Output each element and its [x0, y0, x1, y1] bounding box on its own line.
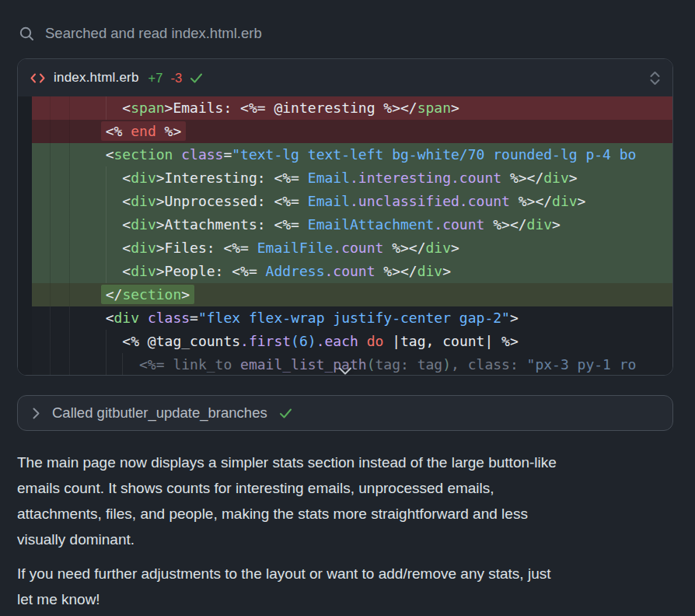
- diff-gutter: [32, 96, 70, 120]
- diff-gutter: [32, 260, 70, 283]
- message-paragraph: The main page now displays a simpler sta…: [17, 450, 673, 552]
- diff-line: <% @tag_counts.first(6).each do |tag, co…: [18, 330, 672, 353]
- diff-line: <div>Interesting: <%= Email.interesting.…: [18, 166, 672, 190]
- diff-line: <div>Files: <%= EmailFile.count %></div>: [18, 236, 672, 260]
- diff-gutter: [32, 213, 70, 236]
- check-icon: [279, 408, 292, 419]
- tool-header-label: Searched and read index.html.erb: [45, 25, 262, 42]
- page: { "page_bg": "#1f242b", "tool_header": {…: [0, 0, 695, 616]
- diff-margin: [18, 306, 32, 330]
- diff-line: <div>Unprocessed: <%= Email.unclassified…: [18, 190, 672, 213]
- diff-gutter: [32, 306, 70, 330]
- diff-margin: [18, 166, 32, 190]
- diff-gutter: [32, 143, 70, 166]
- diff-gutter: [32, 353, 70, 376]
- diff-line: <div>People: <%= Address.count %></div>: [18, 260, 672, 283]
- unfold-icon[interactable]: [649, 71, 661, 86]
- check-icon: [190, 72, 203, 84]
- indent-guide: [106, 236, 107, 260]
- tool-call-row[interactable]: Called gitbutler_update_branches: [17, 395, 673, 431]
- diff-line: <div>Attachments: <%= EmailAttachment.co…: [18, 213, 672, 236]
- diff-gutter: [32, 120, 70, 143]
- diff-gutter: [32, 330, 70, 353]
- diff-margin: [18, 190, 32, 213]
- search-icon: [19, 26, 35, 42]
- indent-guide: [106, 353, 107, 376]
- diff-panel: index.html.erb +7 -3 <span>Emails: <%= @…: [17, 58, 673, 376]
- indent-guide: [106, 166, 107, 190]
- diff-panel-header[interactable]: index.html.erb +7 -3: [18, 59, 672, 96]
- diff-line: <div class="flex flex-wrap justify-cente…: [18, 306, 672, 330]
- diff-deletions: -3: [170, 71, 182, 86]
- diff-line: <span>Emails: <%= @interesting %></span>: [18, 96, 672, 120]
- diff-margin: [18, 143, 32, 166]
- code-block: <span>Emails: <%= @interesting %></span>…: [18, 96, 672, 376]
- diff-line: <% end %>: [18, 120, 672, 143]
- indent-guide: [122, 353, 123, 376]
- indent-guide: [106, 213, 107, 236]
- diff-word-highlight: <% end %>: [101, 121, 187, 141]
- diff-margin: [18, 120, 32, 143]
- diff-gutter: [32, 166, 70, 190]
- assistant-message: The main page now displays a simpler sta…: [17, 450, 673, 612]
- diff-gutter: [32, 190, 70, 213]
- indent-guide: [106, 260, 107, 283]
- diff-margin: [18, 330, 32, 353]
- indent-guide: [106, 190, 107, 213]
- diff-additions: +7: [148, 71, 163, 86]
- diff-word-highlight: </section>: [101, 285, 194, 304]
- diff-gutter: [32, 236, 70, 260]
- chevron-right-icon: [32, 407, 40, 420]
- diff-margin: [18, 96, 32, 120]
- diff-filename: index.html.erb: [54, 70, 139, 86]
- message-paragraph: If you need further adjustments to the l…: [17, 561, 673, 612]
- diff-margin: [18, 260, 32, 283]
- diff-margin: [18, 283, 32, 306]
- indent-guide: [106, 330, 107, 353]
- diff-margin: [18, 236, 32, 260]
- diff-line: </section>: [18, 283, 672, 306]
- diff-gutter: [32, 283, 70, 306]
- diff-line: <section class="text-lg text-left bg-whi…: [18, 143, 672, 166]
- chevron-down-icon[interactable]: [338, 366, 353, 376]
- tool-call-label: Called gitbutler_update_branches: [52, 404, 267, 422]
- indent-guide: [106, 96, 107, 120]
- code-file-icon: [30, 72, 46, 85]
- diff-margin: [18, 213, 32, 236]
- diff-margin: [18, 353, 32, 376]
- tool-header-row[interactable]: Searched and read index.html.erb: [19, 23, 673, 44]
